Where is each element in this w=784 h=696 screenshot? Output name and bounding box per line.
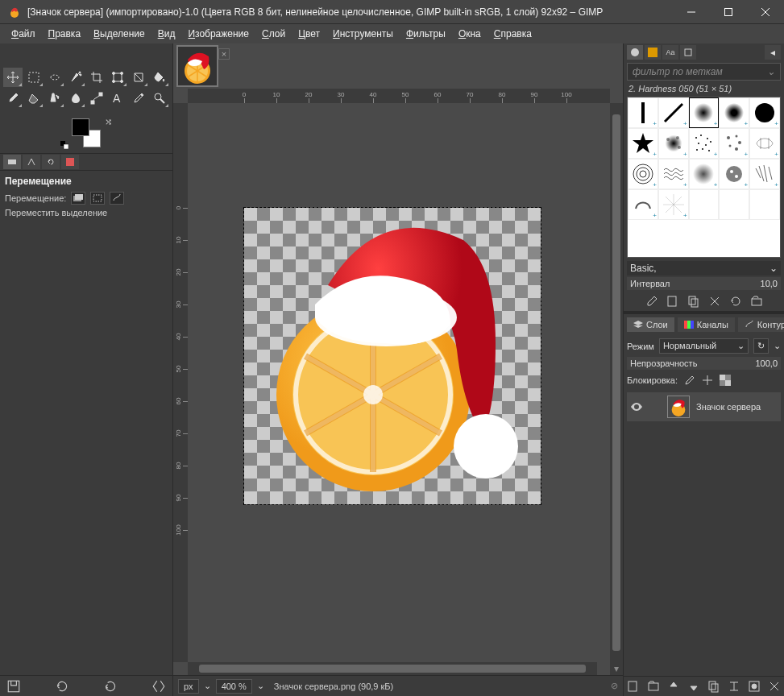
scrollbar-horizontal[interactable]	[188, 662, 597, 675]
tab-paths[interactable]: Контуры	[738, 317, 784, 332]
smudge-tool[interactable]	[66, 89, 85, 108]
brush-cell[interactable]: +	[719, 128, 749, 159]
move-path-mode[interactable]	[110, 192, 124, 205]
eraser-tool[interactable]	[24, 89, 44, 108]
brush-cell[interactable]	[689, 189, 720, 220]
menu-filters[interactable]: Фильтры	[400, 26, 452, 42]
tab-patterns[interactable]	[645, 45, 661, 60]
brush-cell[interactable]: +	[689, 97, 720, 128]
dock-menu-icon[interactable]: ◂	[765, 45, 781, 60]
cancel-icon[interactable]: ⊘	[611, 681, 618, 691]
restore-preset-icon[interactable]	[55, 679, 69, 694]
menu-file[interactable]: Файл	[5, 26, 42, 42]
zoom-dropdown-icon[interactable]: ⌄	[257, 681, 264, 691]
duplicate-layer-icon[interactable]	[707, 680, 720, 693]
delete-layer-icon[interactable]	[768, 680, 781, 693]
layer-row[interactable]: Значок сервера	[627, 392, 781, 421]
reset-preset-icon[interactable]	[151, 679, 166, 694]
free-select-tool[interactable]	[45, 68, 64, 87]
transform-tool[interactable]	[108, 68, 127, 87]
brush-cell[interactable]: +	[719, 159, 749, 189]
new-brush-icon[interactable]	[666, 295, 679, 308]
unit-selector[interactable]: px	[178, 679, 199, 694]
visibility-icon[interactable]	[630, 400, 643, 413]
move-layer-mode[interactable]	[71, 192, 85, 205]
save-preset-icon[interactable]	[6, 679, 21, 694]
menu-tools[interactable]: Инструменты	[326, 26, 400, 42]
default-colors-icon[interactable]	[60, 141, 68, 149]
menu-color[interactable]: Цвет	[292, 26, 326, 42]
ruler-horizontal[interactable]: 0102030405060708090100	[188, 89, 610, 103]
delete-brush-icon[interactable]	[708, 295, 721, 308]
brush-cell[interactable]	[719, 189, 749, 220]
move-tool[interactable]	[3, 68, 23, 87]
tab-channels[interactable]: Каналы	[678, 317, 735, 332]
menu-edit[interactable]: Правка	[42, 26, 88, 42]
menu-view[interactable]: Вид	[151, 26, 182, 42]
lock-alpha-icon[interactable]	[720, 375, 731, 386]
close-button[interactable]	[747, 0, 784, 24]
mask-layer-icon[interactable]	[748, 680, 761, 693]
tab-undo-history[interactable]	[42, 155, 60, 169]
menu-windows[interactable]: Окна	[452, 26, 487, 42]
lower-layer-icon[interactable]	[687, 680, 700, 693]
new-layer-icon[interactable]	[627, 680, 640, 693]
brush-filter[interactable]: фильтр по меткам ⌄	[627, 63, 781, 81]
brush-cell[interactable]: +	[628, 159, 658, 189]
clone-tool[interactable]	[45, 89, 64, 108]
refresh-brush-icon[interactable]	[729, 295, 742, 308]
ruler-vertical[interactable]: 0102030405060708090100	[173, 103, 188, 662]
brush-cell[interactable]: +	[749, 97, 780, 128]
paintbrush-tool[interactable]	[3, 89, 23, 108]
brush-cell[interactable]: +	[719, 97, 749, 128]
brush-cell[interactable]: +	[689, 159, 720, 189]
brush-cell[interactable]: +	[658, 97, 689, 128]
brush-cell[interactable]: +	[628, 97, 658, 128]
close-tab-icon[interactable]: ×	[218, 48, 230, 60]
layer-name[interactable]: Значок сервера	[696, 402, 778, 412]
maximize-button[interactable]	[710, 0, 747, 24]
brush-cell[interactable]: +	[628, 189, 658, 220]
zoom-tool[interactable]	[150, 89, 169, 108]
tab-images[interactable]	[61, 155, 79, 169]
brush-cell[interactable]: +	[658, 159, 689, 189]
delete-preset-icon[interactable]	[103, 679, 118, 694]
warp-tool[interactable]	[129, 68, 148, 87]
menu-layer[interactable]: Слой	[255, 26, 292, 42]
lock-position-icon[interactable]	[702, 375, 713, 386]
zoom-selector[interactable]: 400 %	[216, 679, 252, 694]
brush-cell[interactable]: +	[749, 159, 780, 189]
brush-cell[interactable]	[749, 189, 780, 220]
merge-layer-icon[interactable]	[728, 680, 740, 693]
tab-brushes[interactable]	[627, 45, 643, 60]
canvas[interactable]	[188, 103, 610, 662]
move-selection-mode[interactable]	[90, 192, 105, 205]
brush-cell[interactable]: +	[689, 128, 720, 159]
color-picker-tool[interactable]	[129, 89, 148, 108]
nav-corner-icon[interactable]: ▾	[610, 662, 623, 675]
raise-layer-icon[interactable]	[667, 680, 680, 693]
unit-dropdown-icon[interactable]: ⌄	[204, 681, 211, 691]
opacity-row[interactable]: Непрозрачность 100,0	[627, 357, 781, 370]
tab-layers[interactable]: Слои	[627, 317, 674, 332]
brush-interval[interactable]: Интервал 10,0	[627, 277, 781, 290]
bucket-fill-tool[interactable]	[150, 68, 169, 87]
mode-selector[interactable]: Нормальный⌄	[659, 338, 749, 354]
rect-select-tool[interactable]	[24, 68, 44, 87]
minimize-button[interactable]	[673, 0, 710, 24]
open-brush-icon[interactable]	[750, 295, 763, 308]
menu-help[interactable]: Справка	[487, 26, 538, 42]
layer-thumbnail[interactable]	[667, 396, 690, 418]
brush-cell[interactable]: +	[658, 128, 689, 159]
fuzzy-select-tool[interactable]	[66, 68, 85, 87]
brush-cell[interactable]: +	[658, 189, 689, 220]
chevron-down-icon[interactable]: ⌄	[774, 341, 781, 351]
foreground-color[interactable]	[72, 118, 89, 136]
brush-preset-select[interactable]: Basic, ⌄	[627, 261, 781, 276]
edit-brush-icon[interactable]	[645, 295, 658, 308]
duplicate-brush-icon[interactable]	[687, 295, 700, 308]
text-tool[interactable]: A	[108, 89, 127, 108]
tab-fonts[interactable]: Aa	[662, 45, 678, 60]
lock-pixels-icon[interactable]	[684, 375, 695, 386]
tab-device-status[interactable]	[23, 155, 40, 169]
